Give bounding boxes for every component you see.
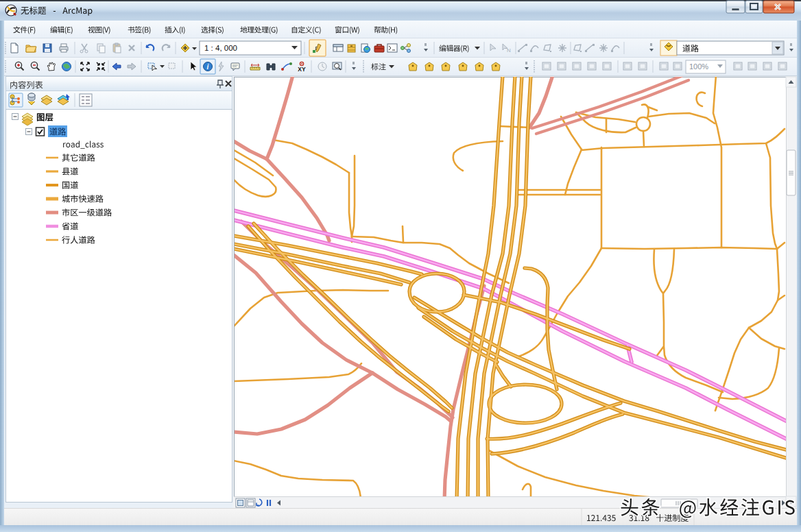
- svg-text:i: i: [207, 63, 209, 71]
- svg-text:100%: 100%: [689, 62, 708, 71]
- svg-text:N: N: [507, 47, 511, 53]
- svg-text:1 : 4, 000: 1 : 4, 000: [204, 44, 237, 52]
- svg-text:XY: XY: [298, 66, 306, 73]
